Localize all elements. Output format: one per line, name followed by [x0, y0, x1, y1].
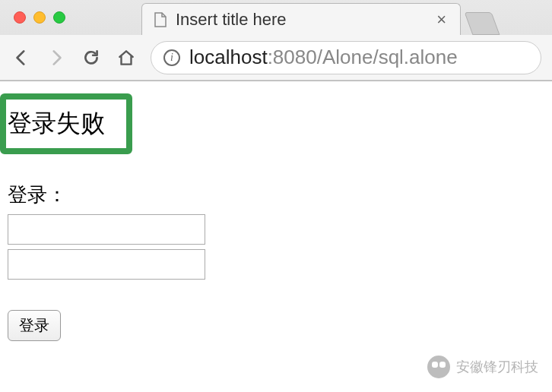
nav-bar: i localhost:8080/Alone/sql.alone: [0, 35, 552, 81]
url-host: localhost: [189, 46, 268, 68]
url-path: :8080/Alone/sql.alone: [268, 46, 458, 68]
window-controls: [14, 11, 65, 24]
window-close-button[interactable]: [14, 11, 26, 24]
site-info-icon[interactable]: i: [163, 49, 180, 66]
forward-button[interactable]: [46, 47, 67, 68]
error-text: 登录失败: [8, 109, 105, 137]
new-tab-button[interactable]: [465, 12, 500, 35]
browser-chrome: Insert title here × i localhost:8080/Alo…: [0, 0, 552, 81]
page-content: 登录失败 登录： 登录: [0, 81, 552, 349]
address-bar[interactable]: i localhost:8080/Alone/sql.alone: [151, 41, 541, 74]
error-banner: 登录失败: [0, 93, 132, 154]
tab-bar: Insert title here ×: [0, 0, 552, 35]
login-heading: 登录：: [8, 182, 544, 208]
window-maximize-button[interactable]: [53, 11, 65, 24]
window-minimize-button[interactable]: [33, 11, 46, 24]
page-icon: [153, 12, 168, 27]
home-button[interactable]: [116, 47, 137, 68]
back-button[interactable]: [11, 47, 32, 68]
reload-button[interactable]: [81, 47, 102, 68]
login-button[interactable]: 登录: [8, 310, 61, 341]
browser-tab[interactable]: Insert title here ×: [141, 3, 461, 35]
watermark: 安徽锋刃科技: [427, 356, 538, 378]
tab-close-icon[interactable]: ×: [433, 10, 449, 30]
url-text: localhost:8080/Alone/sql.alone: [189, 46, 458, 69]
wechat-icon: [427, 356, 450, 378]
tab-title: Insert title here: [176, 10, 426, 30]
password-input[interactable]: [8, 249, 205, 280]
watermark-text: 安徽锋刃科技: [456, 358, 538, 376]
login-form: 登录： 登录: [8, 182, 544, 341]
username-input[interactable]: [8, 214, 205, 245]
